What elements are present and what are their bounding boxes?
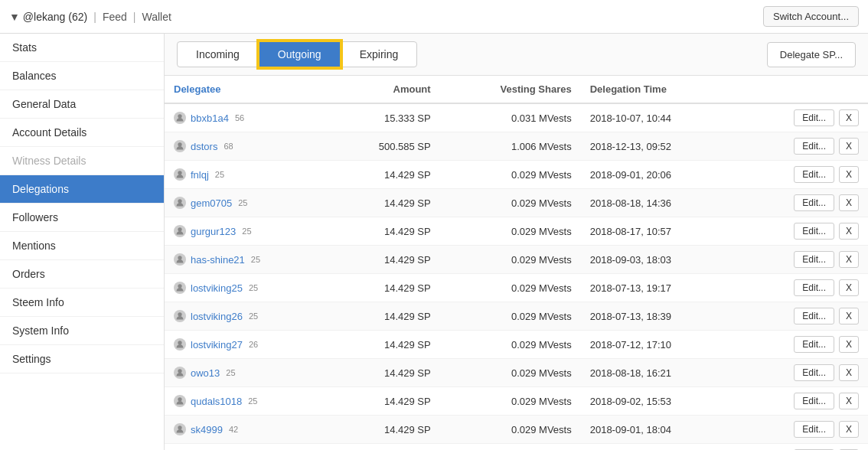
cell-amount: 14.429 SP [329, 331, 439, 359]
svg-point-8 [178, 341, 181, 344]
edit-button[interactable]: Edit... [794, 194, 834, 211]
cell-actions: Edit... X [737, 132, 868, 161]
tab-expiring[interactable]: Expiring [341, 41, 418, 67]
delegations-table-container: Delegatee Amount Vesting Shares Delegati… [165, 76, 868, 450]
delete-button[interactable]: X [839, 194, 859, 211]
cell-vesting-shares: 0.029 MVests [440, 416, 581, 444]
edit-button[interactable]: Edit... [794, 393, 834, 409]
table-row: gurgur123 25 14.429 SP 0.029 MVests 2018… [165, 217, 868, 246]
user-link[interactable]: qudals1018 [191, 396, 242, 407]
cell-delegation-time: 2018-08-18, 14:36 [581, 189, 738, 217]
switch-account-button[interactable]: Switch Account... [763, 6, 859, 27]
user-link[interactable]: sk4999 [191, 424, 223, 435]
sidebar-item-followers[interactable]: Followers [0, 204, 164, 232]
cell-delegatee: fnlqj 25 [165, 161, 329, 189]
delete-button[interactable]: X [839, 166, 859, 183]
cell-delegatee: sk4999 42 [165, 416, 329, 444]
user-link[interactable]: lostviking27 [191, 339, 243, 351]
edit-button[interactable]: Edit... [794, 109, 834, 126]
content-area: Incoming Outgoing Expiring Delegate SP..… [165, 34, 868, 450]
cell-delegatee: gurgur123 25 [165, 217, 329, 246]
top-bar: ▼ @lekang (62) | Feed | Wallet Switch Ac… [0, 0, 868, 34]
cell-vesting-shares: 0.029 MVests [440, 189, 581, 217]
sidebar-item-delegations[interactable]: Delegations [0, 175, 164, 204]
user-link[interactable]: lostviking26 [191, 311, 243, 322]
account-name: @lekang [23, 11, 65, 23]
cell-vesting-shares: 0.029 MVests [440, 331, 581, 359]
edit-button[interactable]: Edit... [794, 166, 834, 183]
delete-button[interactable]: X [839, 251, 859, 268]
table-row: dstors 68 500.585 SP 1.006 MVests 2018-1… [165, 132, 868, 161]
cell-delegatee: lostviking26 25 [165, 302, 329, 331]
user-link[interactable]: has-shine21 [191, 254, 245, 266]
edit-button[interactable]: Edit... [794, 336, 834, 353]
cell-actions: Edit... X [737, 444, 868, 451]
edit-button[interactable]: Edit... [794, 138, 834, 155]
user-link[interactable]: owo13 [191, 367, 220, 379]
account-selector[interactable]: ▼ @lekang (62) [9, 11, 87, 23]
table-row: has-shine21 25 14.429 SP 0.029 MVests 20… [165, 246, 868, 274]
edit-button[interactable]: Edit... [794, 421, 834, 438]
cell-vesting-shares: 0.029 MVests [440, 217, 581, 246]
cell-vesting-shares: 0.002 MVests [440, 444, 581, 451]
feed-link[interactable]: Feed [103, 11, 127, 23]
delegate-sp-button[interactable]: Delegate SP... [767, 42, 856, 67]
user-link[interactable]: dstors [191, 141, 217, 152]
delete-button[interactable]: X [839, 109, 859, 126]
user-icon [174, 225, 186, 237]
svg-point-9 [178, 369, 181, 373]
sidebar-item-account-details[interactable]: Account Details [0, 119, 164, 147]
user-icon [174, 197, 186, 209]
rep-badge: 25 [249, 283, 258, 292]
sidebar-item-settings[interactable]: Settings [0, 345, 164, 373]
edit-button[interactable]: Edit... [794, 308, 834, 324]
tab-incoming[interactable]: Incoming [177, 41, 259, 67]
wallet-link[interactable]: Wallet [142, 11, 171, 23]
delete-button[interactable]: X [839, 223, 859, 240]
col-actions [737, 76, 868, 103]
sidebar-item-balances[interactable]: Balances [0, 62, 164, 90]
tab-outgoing[interactable]: Outgoing [259, 41, 341, 67]
user-icon [174, 253, 186, 266]
rep-badge: 25 [242, 227, 251, 236]
separator-1: | [93, 11, 96, 23]
sidebar-item-orders[interactable]: Orders [0, 260, 164, 289]
delete-button[interactable]: X [839, 364, 859, 381]
user-icon [174, 168, 186, 181]
svg-point-2 [178, 171, 181, 174]
rep-badge: 25 [226, 368, 235, 377]
sidebar-item-stats[interactable]: Stats [0, 34, 164, 62]
delete-button[interactable]: X [839, 308, 859, 324]
cell-delegation-time: 2018-09-02, 15:53 [581, 387, 738, 416]
cell-delegatee: has-shine21 25 [165, 246, 329, 274]
user-link[interactable]: gurgur123 [191, 226, 236, 237]
cell-actions: Edit... X [737, 416, 868, 444]
edit-button[interactable]: Edit... [794, 223, 834, 240]
cell-vesting-shares: 0.031 MVests [440, 103, 581, 132]
edit-button[interactable]: Edit... [794, 279, 834, 296]
cell-amount: 500.585 SP [329, 132, 439, 161]
separator-2: | [133, 11, 136, 23]
svg-point-3 [178, 199, 181, 203]
delete-button[interactable]: X [839, 393, 859, 409]
user-link[interactable]: fnlqj [191, 169, 209, 181]
rep-badge: 42 [229, 425, 238, 434]
cell-delegation-time: 2019-01-21, 11:33 [581, 444, 738, 451]
sidebar-item-general-data[interactable]: General Data [0, 90, 164, 119]
edit-button[interactable]: Edit... [794, 251, 834, 268]
edit-button[interactable]: Edit... [794, 364, 834, 381]
delete-button[interactable]: X [839, 421, 859, 438]
sidebar-item-system-info[interactable]: System Info [0, 317, 164, 345]
svg-point-11 [178, 426, 181, 429]
user-link[interactable]: bbxb1a4 [191, 112, 229, 124]
sidebar-item-steem-info[interactable]: Steem Info [0, 289, 164, 317]
user-link[interactable]: gem0705 [191, 197, 232, 209]
cell-amount: 14.429 SP [329, 416, 439, 444]
sidebar-item-mentions[interactable]: Mentions [0, 232, 164, 260]
rep-badge: 25 [248, 396, 257, 406]
delete-button[interactable]: X [839, 279, 859, 296]
delete-button[interactable]: X [839, 138, 859, 155]
delete-button[interactable]: X [839, 336, 859, 353]
rep-badge: 25 [215, 170, 224, 179]
user-link[interactable]: lostviking25 [191, 282, 243, 294]
